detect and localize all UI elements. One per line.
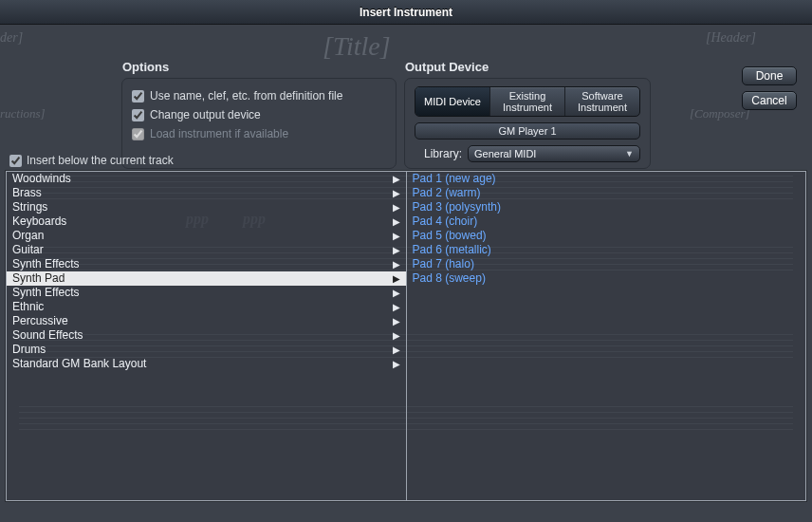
insert-instrument-dialog: Insert Instrument Options Use name, clef…	[0, 0, 812, 511]
insert-below-checkbox[interactable]	[9, 155, 22, 167]
output-device-panel: Output Device MIDI Device Existing Instr…	[404, 78, 651, 169]
library-dropdown-value: General MIDI	[474, 148, 536, 159]
dialog-top-zone: Options Use name, clef, etc. from defini…	[0, 25, 812, 175]
category-item[interactable]: Drums▶	[7, 343, 406, 357]
seg-midi-device[interactable]: MIDI Device	[415, 87, 490, 116]
instrument-item[interactable]: Pad 7 (halo)	[407, 257, 806, 271]
chevron-right-icon: ▶	[393, 200, 400, 214]
insert-below-label: Insert below the current track	[27, 154, 174, 167]
instrument-item[interactable]: Pad 8 (sweep)	[407, 271, 806, 286]
output-device-title: Output Device	[405, 60, 489, 74]
category-item-label: Synth Effects	[12, 286, 79, 300]
category-item-label: Keyboards	[12, 214, 66, 229]
category-item-label: Synth Effects	[12, 257, 79, 271]
instrument-item-label: Pad 7 (halo)	[413, 257, 474, 271]
load-instrument-label: Load instrument if available	[150, 127, 288, 140]
instrument-lists: Woodwinds▶Brass▶Strings▶Keyboards▶Organ▶…	[6, 171, 806, 501]
cancel-button-label: Cancel	[751, 94, 786, 107]
load-instrument-row: Load instrument if available	[132, 124, 386, 143]
category-item-label: Synth Pad	[12, 271, 65, 286]
chevron-down-icon: ▼	[625, 149, 634, 158]
instrument-item[interactable]: Pad 5 (bowed)	[407, 229, 806, 243]
player-selector-label: GM Player 1	[498, 125, 556, 137]
category-item-label: Percussive	[12, 314, 68, 328]
category-item[interactable]: Synth Effects▶	[7, 257, 406, 271]
seg-software-instrument[interactable]: Software Instrument	[565, 87, 639, 116]
seg-existing-instrument[interactable]: Existing Instrument	[490, 87, 565, 116]
category-item-label: Organ	[12, 229, 44, 243]
category-item[interactable]: Keyboards▶	[7, 214, 406, 229]
change-output-label: Change output device	[150, 108, 261, 121]
output-type-segmented: MIDI Device Existing Instrument Software…	[415, 86, 640, 117]
instrument-item[interactable]: Pad 3 (polysynth)	[407, 200, 806, 214]
dialog-titlebar: Insert Instrument	[0, 0, 812, 25]
category-item-label: Strings	[12, 200, 47, 214]
category-item[interactable]: Guitar▶	[7, 243, 406, 257]
category-item[interactable]: Standard GM Bank Layout▶	[7, 357, 406, 371]
chevron-right-icon: ▶	[393, 328, 400, 343]
library-row: Library: General MIDI ▼	[415, 145, 640, 162]
instrument-item[interactable]: Pad 1 (new age)	[407, 172, 806, 186]
change-output-checkbox[interactable]	[132, 109, 144, 121]
instrument-item-label: Pad 3 (polysynth)	[413, 200, 501, 214]
category-item-label: Woodwinds	[12, 172, 71, 186]
category-item[interactable]: Synth Effects▶	[7, 286, 406, 300]
done-button[interactable]: Done	[742, 66, 797, 85]
category-item[interactable]: Sound Effects▶	[7, 328, 406, 343]
category-item-label: Ethnic	[12, 300, 44, 314]
chevron-right-icon: ▶	[393, 243, 400, 257]
use-definition-label: Use name, clef, etc. from definition fil…	[150, 89, 342, 103]
dialog-title: Insert Instrument	[360, 6, 452, 19]
category-item-label: Sound Effects	[12, 328, 83, 343]
instrument-item-label: Pad 5 (bowed)	[413, 229, 487, 243]
category-item[interactable]: Synth Pad▶	[7, 271, 406, 286]
instrument-item-label: Pad 1 (new age)	[413, 172, 496, 186]
use-definition-row[interactable]: Use name, clef, etc. from definition fil…	[132, 86, 386, 105]
instrument-item-label: Pad 2 (warm)	[413, 186, 481, 200]
instrument-item[interactable]: Pad 2 (warm)	[407, 186, 806, 200]
instrument-item[interactable]: Pad 6 (metallic)	[407, 243, 806, 257]
done-button-label: Done	[756, 69, 784, 83]
category-item-label: Guitar	[12, 243, 44, 257]
use-definition-checkbox[interactable]	[132, 90, 144, 103]
instrument-item-label: Pad 6 (metallic)	[413, 243, 491, 257]
library-label: Library:	[415, 147, 462, 160]
category-item[interactable]: Strings▶	[7, 200, 406, 214]
category-item[interactable]: Organ▶	[7, 229, 406, 243]
chevron-right-icon: ▶	[393, 257, 400, 271]
instrument-item-label: Pad 4 (choir)	[413, 214, 478, 229]
category-item-label: Drums	[12, 343, 46, 357]
chevron-right-icon: ▶	[393, 214, 400, 229]
chevron-right-icon: ▶	[393, 300, 400, 314]
change-output-row[interactable]: Change output device	[132, 105, 386, 124]
category-item-label: Brass	[12, 186, 42, 200]
chevron-right-icon: ▶	[393, 343, 400, 357]
category-item[interactable]: Woodwinds▶	[7, 172, 406, 186]
chevron-right-icon: ▶	[393, 314, 400, 328]
chevron-right-icon: ▶	[393, 229, 400, 243]
cancel-button[interactable]: Cancel	[742, 91, 797, 110]
chevron-right-icon: ▶	[393, 172, 400, 186]
library-dropdown[interactable]: General MIDI ▼	[468, 145, 640, 162]
chevron-right-icon: ▶	[393, 186, 400, 200]
insert-below-row[interactable]: Insert below the current track	[9, 154, 174, 167]
chevron-right-icon: ▶	[393, 286, 400, 300]
options-title: Options	[122, 60, 169, 74]
category-item[interactable]: Percussive▶	[7, 314, 406, 328]
instrument-item-label: Pad 8 (sweep)	[413, 271, 486, 286]
category-item[interactable]: Ethnic▶	[7, 300, 406, 314]
load-instrument-checkbox	[132, 128, 144, 140]
category-item[interactable]: Brass▶	[7, 186, 406, 200]
instrument-item[interactable]: Pad 4 (choir)	[407, 214, 806, 229]
chevron-right-icon: ▶	[393, 271, 400, 286]
category-list[interactable]: Woodwinds▶Brass▶Strings▶Keyboards▶Organ▶…	[7, 172, 407, 500]
category-item-label: Standard GM Bank Layout	[12, 357, 146, 371]
instrument-list[interactable]: Pad 1 (new age)Pad 2 (warm)Pad 3 (polysy…	[407, 172, 806, 500]
player-selector[interactable]: GM Player 1	[415, 122, 640, 140]
chevron-right-icon: ▶	[393, 357, 400, 371]
